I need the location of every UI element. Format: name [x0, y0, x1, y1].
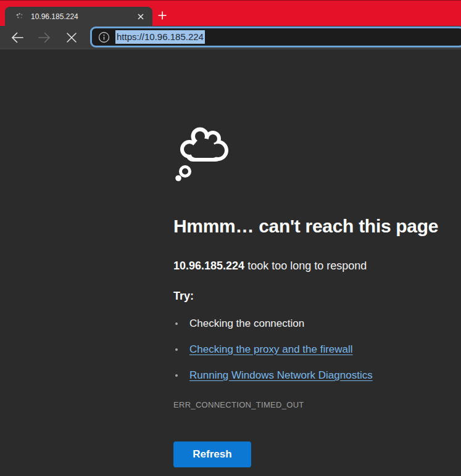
- stop-close-icon[interactable]: [62, 29, 81, 46]
- error-page: Hmmm… can't reach this page 10.96.185.22…: [0, 123, 461, 467]
- url-text-selected[interactable]: https://10.96.185.224: [115, 30, 205, 44]
- suggestion-text: Checking the connection: [189, 318, 304, 329]
- error-code: ERR_CONNECTION_TIMED_OUT: [173, 400, 461, 409]
- refresh-button[interactable]: Refresh: [173, 441, 251, 467]
- forward-arrow-icon[interactable]: [35, 29, 54, 46]
- suggestion-item: Checking the connection: [173, 318, 461, 330]
- error-message-rest: took too long to respond: [244, 260, 367, 272]
- try-label: Try:: [173, 290, 461, 303]
- error-message: 10.96.185.224 took too long to respond: [173, 259, 461, 273]
- address-bar[interactable]: https://10.96.185.224: [90, 27, 461, 47]
- tab-strip: 10.96.185.224: [0, 0, 461, 26]
- proxy-firewall-link[interactable]: Checking the proxy and the firewall: [189, 343, 353, 355]
- suggestion-item: Running Windows Network Diagnostics: [173, 369, 461, 382]
- suggestion-list: Checking the connection Checking the pro…: [173, 318, 461, 382]
- loading-spinner-icon: [15, 12, 25, 22]
- error-title: Hmmm… can't reach this page: [173, 215, 461, 238]
- tab-close-icon[interactable]: [135, 11, 146, 22]
- suggestion-item: Checking the proxy and the firewall: [173, 343, 461, 356]
- tab-title: 10.96.185.224: [31, 12, 135, 21]
- new-tab-plus-icon[interactable]: [157, 10, 168, 21]
- thought-cloud-icon: [175, 123, 230, 183]
- error-host: 10.96.185.224: [173, 260, 244, 272]
- navigation-toolbar: https://10.96.185.224: [0, 26, 461, 49]
- info-icon[interactable]: [92, 28, 115, 46]
- browser-tab[interactable]: 10.96.185.224: [5, 7, 152, 27]
- back-arrow-icon[interactable]: [8, 29, 27, 46]
- network-diagnostics-link[interactable]: Running Windows Network Diagnostics: [189, 369, 373, 381]
